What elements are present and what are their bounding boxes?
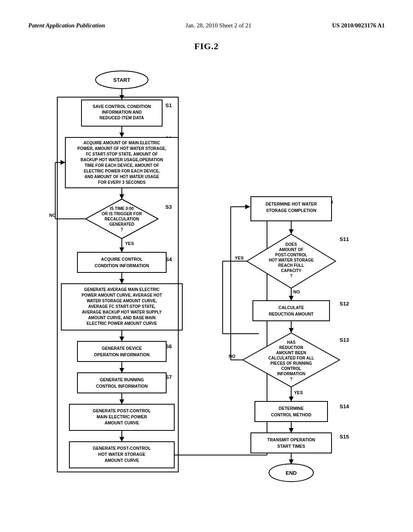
svg-text:?: ? bbox=[290, 274, 292, 278]
svg-text:TIME FOR EACH DEVICE, AMOUNT O: TIME FOR EACH DEVICE, AMOUNT OF bbox=[85, 163, 159, 168]
svg-text:POST-CONTROL: POST-CONTROL bbox=[275, 253, 307, 257]
svg-text:FOR EVERY 3 SECONDS: FOR EVERY 3 SECONDS bbox=[98, 180, 146, 185]
svg-text:AND AMOUNT OF HOT WATER USAGE: AND AMOUNT OF HOT WATER USAGE bbox=[85, 175, 159, 179]
svg-text:GENERATE POST-CONTROL: GENERATE POST-CONTROL bbox=[93, 408, 151, 413]
svg-text:INFORMATION AND: INFORMATION AND bbox=[102, 110, 142, 114]
header-left: Patent Application Publication bbox=[28, 22, 105, 29]
svg-text:AMOUNT BEEN: AMOUNT BEEN bbox=[276, 351, 306, 355]
svg-rect-103 bbox=[253, 301, 330, 321]
svg-marker-101 bbox=[289, 296, 294, 301]
flowchart-svg: START SAVE CONTROL CONDITION INFORMATION… bbox=[25, 64, 388, 519]
svg-text:YES: YES bbox=[235, 256, 244, 260]
svg-text:S15: S15 bbox=[340, 434, 349, 440]
svg-text:PIECES OF RUNNING: PIECES OF RUNNING bbox=[271, 361, 312, 366]
svg-marker-125 bbox=[245, 204, 250, 209]
svg-text:MAIN ELECTRIC POWER: MAIN ELECTRIC POWER bbox=[97, 414, 147, 419]
svg-marker-10 bbox=[119, 133, 124, 137]
svg-text:S11: S11 bbox=[340, 236, 349, 242]
svg-marker-107 bbox=[289, 328, 294, 333]
svg-text:ELECTRIC POWER AMOUNT CURVE: ELECTRIC POWER AMOUNT CURVE bbox=[87, 321, 157, 326]
svg-text:S13: S13 bbox=[340, 337, 349, 343]
svg-text:S1: S1 bbox=[165, 102, 172, 108]
svg-text:START: START bbox=[113, 77, 130, 83]
svg-text:AVERAGE BACKUP HOT WATER SUPPL: AVERAGE BACKUP HOT WATER SUPPLY bbox=[82, 310, 162, 314]
svg-text:DETERMINE HOT WATER: DETERMINE HOT WATER bbox=[266, 202, 317, 206]
svg-text:START TIMES: START TIMES bbox=[277, 444, 305, 449]
svg-text:BACKUP HOT WATER USAGE,OPERATI: BACKUP HOT WATER USAGE,OPERATION bbox=[81, 158, 163, 162]
svg-text:POWER AMOUNT CURVE, AVERAGE HO: POWER AMOUNT CURVE, AVERAGE HOT bbox=[81, 293, 162, 297]
svg-marker-88 bbox=[289, 229, 294, 234]
svg-text:WATER STORAGE AMOUNT CURVE,: WATER STORAGE AMOUNT CURVE, bbox=[87, 299, 157, 303]
svg-text:AMOUNT CURVE, AND BASE MAIN: AMOUNT CURVE, AND BASE MAIN bbox=[88, 316, 155, 320]
svg-text:RECALCULATION: RECALCULATION bbox=[104, 217, 139, 221]
svg-marker-54 bbox=[119, 337, 124, 341]
svg-text:OR IS TRIGGER FOR: OR IS TRIGGER FOR bbox=[102, 212, 142, 216]
svg-marker-34 bbox=[60, 160, 65, 165]
figure-title: FIG.2 bbox=[0, 41, 413, 52]
svg-text:OPERATION INFORMATION: OPERATION INFORMATION bbox=[94, 352, 150, 357]
svg-text:CONDITION INFORMATION: CONDITION INFORMATION bbox=[94, 263, 149, 268]
svg-text:DOES: DOES bbox=[286, 242, 297, 247]
svg-text:GENERATE RUNNING: GENERATE RUNNING bbox=[100, 377, 144, 382]
svg-text:DETERMINE: DETERMINE bbox=[279, 406, 304, 411]
svg-text:TRANSMIT OPERATION: TRANSMIT OPERATION bbox=[267, 437, 315, 442]
svg-text:HOT WATER STORAGE: HOT WATER STORAGE bbox=[98, 452, 146, 457]
svg-text:INFORMATION: INFORMATION bbox=[277, 372, 305, 376]
svg-rect-56 bbox=[77, 341, 166, 362]
svg-text:CONTROL: CONTROL bbox=[281, 366, 301, 371]
svg-text:S14: S14 bbox=[340, 403, 349, 409]
svg-marker-73 bbox=[119, 437, 124, 442]
svg-text:?: ? bbox=[290, 377, 292, 381]
svg-text:S12: S12 bbox=[340, 301, 349, 307]
svg-text:GENERATED: GENERATED bbox=[109, 222, 134, 227]
svg-text:GENERATE POST-CONTROL: GENERATE POST-CONTROL bbox=[93, 446, 151, 451]
svg-text:IS TIME 0:00: IS TIME 0:00 bbox=[110, 206, 134, 211]
svg-text:REDUCED ITEM DATA: REDUCED ITEM DATA bbox=[100, 115, 144, 120]
svg-text:CALCULATE: CALCULATE bbox=[278, 305, 304, 310]
svg-text:NO: NO bbox=[229, 354, 236, 359]
svg-rect-130 bbox=[255, 401, 327, 422]
svg-marker-22 bbox=[119, 194, 124, 199]
svg-text:YES: YES bbox=[294, 390, 303, 395]
svg-text:CALCULATED FOR ALL: CALCULATED FOR ALL bbox=[268, 356, 314, 360]
svg-marker-128 bbox=[289, 397, 294, 401]
svg-text:AVERAGE FC START-STOP STATE,: AVERAGE FC START-STOP STATE, bbox=[88, 304, 156, 309]
svg-text:GENERATE AVERAGE MAIN ELECTRIC: GENERATE AVERAGE MAIN ELECTRIC bbox=[84, 287, 159, 292]
header-right: US 2010/0023176 A1 bbox=[332, 22, 385, 29]
svg-text:REDUCTION: REDUCTION bbox=[279, 345, 303, 350]
header-center: Jan. 28, 2010 Sheet 2 of 21 bbox=[186, 22, 251, 29]
svg-text:ACQUIRE AMOUNT OF MAIN ELECTRI: ACQUIRE AMOUNT OF MAIN ELECTRIC bbox=[83, 141, 160, 145]
svg-marker-37 bbox=[119, 247, 124, 252]
svg-text:ELECTRIC POWER FOR EACH DEVICE: ELECTRIC POWER FOR EACH DEVICE, bbox=[84, 169, 160, 173]
svg-marker-66 bbox=[119, 399, 124, 404]
svg-text:STORAGE COMPLETION: STORAGE COMPLETION bbox=[266, 208, 317, 213]
svg-text:GENERATE DEVICE: GENERATE DEVICE bbox=[102, 346, 142, 351]
svg-text:AMOUNT CURVE: AMOUNT CURVE bbox=[104, 420, 139, 425]
svg-text:CONTROL INFORMATION: CONTROL INFORMATION bbox=[96, 384, 148, 389]
svg-text:REACH FULL: REACH FULL bbox=[278, 263, 304, 268]
svg-text:REDUCTION AMOUNT: REDUCTION AMOUNT bbox=[269, 312, 314, 316]
svg-rect-62 bbox=[77, 373, 166, 393]
svg-text:ACQUIRE CONTROL: ACQUIRE CONTROL bbox=[101, 257, 143, 262]
svg-text:?: ? bbox=[121, 227, 123, 232]
svg-text:AMOUNT CURVE: AMOUNT CURVE bbox=[104, 458, 139, 463]
header: Patent Application Publication Jan. 28, … bbox=[0, 0, 413, 37]
svg-text:HAS: HAS bbox=[287, 340, 295, 345]
svg-text:CONTROL METHOD: CONTROL METHOD bbox=[271, 412, 312, 417]
svg-text:AMOUNT OF: AMOUNT OF bbox=[279, 247, 304, 252]
svg-text:CAPACITY: CAPACITY bbox=[281, 268, 302, 273]
svg-text:S3: S3 bbox=[165, 204, 172, 210]
svg-rect-39 bbox=[77, 252, 166, 272]
svg-rect-136 bbox=[251, 433, 332, 453]
svg-marker-43 bbox=[119, 279, 124, 284]
page: Patent Application Publication Jan. 28, … bbox=[0, 0, 413, 532]
svg-text:SAVE CONTROL CONDITION: SAVE CONTROL CONDITION bbox=[93, 104, 151, 109]
svg-text:YES: YES bbox=[125, 241, 134, 246]
svg-text:NO: NO bbox=[293, 289, 300, 294]
svg-text:END: END bbox=[286, 470, 296, 476]
svg-marker-134 bbox=[289, 428, 294, 433]
svg-text:POWER, AMOUNT OF HOT WATER STO: POWER, AMOUNT OF HOT WATER STORAGE, bbox=[77, 146, 167, 151]
svg-text:FC START-STOP STATE, AMOUNT OF: FC START-STOP STATE, AMOUNT OF bbox=[86, 152, 158, 156]
svg-text:HOT WATER STORAGE: HOT WATER STORAGE bbox=[269, 258, 314, 262]
svg-marker-60 bbox=[119, 368, 124, 373]
